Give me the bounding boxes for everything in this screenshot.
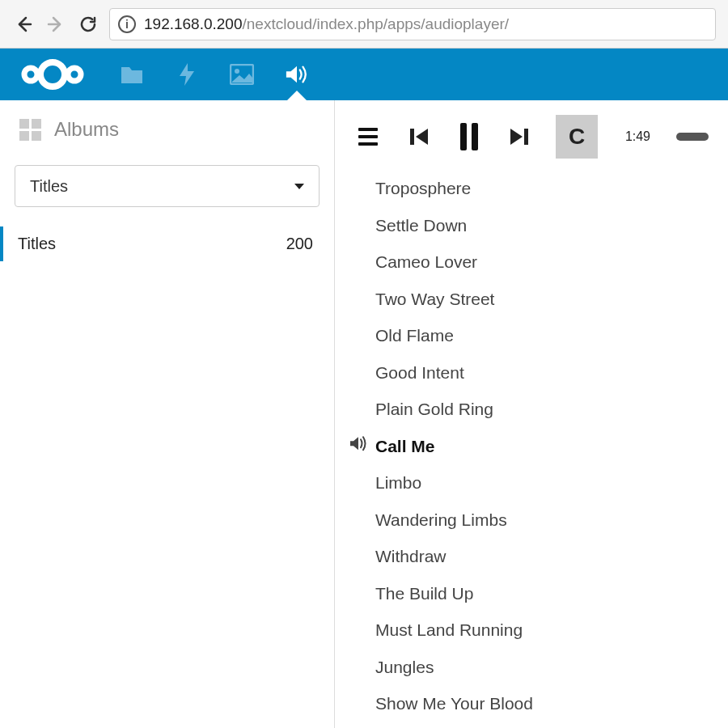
track-item[interactable]: Two Way Street [335,281,728,318]
previous-button[interactable] [404,122,432,151]
track-title: Two Way Street [375,286,494,312]
category-select-value: Titles [30,177,68,196]
track-item[interactable]: Withdraw [335,538,728,575]
svg-point-2 [40,62,65,87]
track-title: Must Land Running [375,617,523,643]
track-title: Settle Down [375,213,467,239]
next-button[interactable] [506,122,533,151]
track-item[interactable]: Plain Gold Ring [335,391,728,428]
site-info-icon[interactable]: i [118,15,136,33]
sidebar: Albums Titles Titles 200 [0,100,335,728]
content-area: Albums Titles Titles 200 C 1:49 T [0,100,728,728]
track-item[interactable]: Troposphere [335,170,728,207]
active-app-indicator [287,91,307,100]
url-host: 192.168.0.200 [144,15,243,32]
forward-button[interactable] [44,13,67,36]
track-title: Jungles [375,654,434,680]
sidebar-item-label: Titles [18,235,56,253]
track-item[interactable]: Must Land Running [335,612,728,649]
track-title: Cameo Lover [375,249,477,275]
track-item[interactable]: Jungles [335,649,728,686]
track-title: Plain Gold Ring [375,396,493,422]
url-bar[interactable]: i 192.168.0.200/nextcloud/index.php/apps… [109,8,716,40]
svg-rect-8 [460,123,467,150]
view-grid-icon [19,119,41,141]
track-item[interactable]: Good Intent [335,354,728,392]
track-title: The Build Up [375,581,473,607]
track-item[interactable]: Show Me Your Blood [335,685,728,722]
main-panel: C 1:49 TroposphereSettle DownCameo Lover… [335,100,728,728]
svg-rect-9 [472,123,478,150]
album-cover-placeholder[interactable]: C [556,115,598,159]
progress-bar[interactable] [676,133,709,141]
now-playing-icon [349,434,367,459]
nextcloud-logo[interactable] [16,57,89,92]
sidebar-header: Albums [15,118,320,141]
track-item[interactable]: The Build Up [335,575,728,612]
category-select[interactable]: Titles [15,165,320,207]
url-text: 192.168.0.200/nextcloud/index.php/apps/a… [144,15,509,33]
track-title: Old Flame [375,323,454,349]
track-title: Call Me [375,434,435,459]
track-title: Good Intent [375,360,464,386]
track-title: Withdraw [375,544,447,569]
pause-button[interactable] [455,122,483,151]
track-item[interactable]: Call Me [335,428,728,465]
track-item[interactable]: Mystery In The Faking [335,722,728,729]
svg-rect-7 [410,129,414,145]
files-icon[interactable] [120,62,144,87]
track-item[interactable]: Limbo [335,464,728,502]
track-item[interactable]: Wandering Limbs [335,502,728,539]
chevron-down-icon [294,184,304,189]
browser-toolbar: i 192.168.0.200/nextcloud/index.php/apps… [0,0,728,49]
gallery-icon[interactable] [230,62,254,87]
sidebar-item-count: 200 [286,235,313,253]
track-title: Limbo [375,470,421,496]
track-item[interactable]: Cameo Lover [335,243,728,281]
track-item[interactable]: Settle Down [335,207,728,244]
back-button[interactable] [12,13,35,36]
track-title: Troposphere [375,176,471,201]
player-controls: C 1:49 [335,100,728,167]
svg-point-3 [24,68,37,81]
sidebar-item-titles[interactable]: Titles 200 [0,226,320,261]
audioplayer-icon[interactable] [285,62,309,87]
url-path: /nextcloud/index.php/apps/audioplayer/ [243,15,510,32]
app-header [0,49,728,100]
track-title: Wandering Limbs [375,507,507,533]
reload-button[interactable] [77,13,99,36]
activity-icon[interactable] [175,62,199,87]
sidebar-heading: Albums [54,118,119,141]
svg-point-6 [235,69,239,74]
playback-time: 1:49 [625,129,650,144]
svg-rect-10 [524,129,528,145]
menu-button[interactable] [354,122,382,151]
track-list: TroposphereSettle DownCameo LoverTwo Way… [335,167,728,728]
svg-point-4 [68,68,81,81]
track-title: Show Me Your Blood [375,691,533,717]
track-item[interactable]: Old Flame [335,317,728,354]
